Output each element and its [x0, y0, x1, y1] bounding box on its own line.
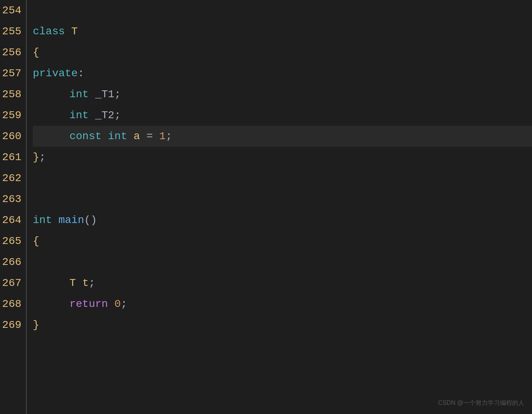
token: ; [114, 105, 121, 126]
code-line: T t; [33, 273, 532, 294]
code-line: private: [33, 63, 532, 84]
line-number: 268 [0, 294, 21, 315]
token [52, 210, 58, 231]
token: t [82, 273, 89, 294]
line-number: 267 [0, 273, 21, 294]
token: ; [114, 84, 121, 105]
line-number: 259 [0, 105, 21, 126]
line-number: 265 [0, 231, 21, 252]
line-number: 257 [0, 63, 21, 84]
line-number: 260 [0, 126, 21, 147]
code-editor: 2542552562572582592602612622632642652662… [0, 0, 532, 414]
token: T [69, 273, 76, 294]
token: 1 [159, 126, 166, 147]
token: T [71, 21, 78, 42]
token: class [33, 21, 71, 42]
token: } [33, 315, 39, 335]
line-number: 262 [0, 168, 21, 189]
line-numbers: 2542552562572582592602612622632642652662… [0, 0, 26, 414]
token: main [58, 210, 84, 231]
code-line [33, 0, 532, 21]
line-number: 261 [0, 147, 21, 168]
watermark: CSDN @一个努力学习编程的人 [438, 399, 524, 407]
token: int [69, 84, 89, 105]
token [127, 126, 134, 147]
line-number: 256 [0, 42, 21, 63]
token: ; [89, 273, 95, 294]
token: 0 [114, 294, 121, 315]
token: int [69, 105, 89, 126]
code-line: } [33, 315, 532, 335]
token: _T1 [89, 84, 114, 105]
token [140, 126, 147, 147]
line-number: 258 [0, 84, 21, 105]
token [153, 126, 160, 147]
token: _T2 [89, 105, 114, 126]
code-line [33, 252, 532, 273]
code-line: { [33, 231, 532, 252]
line-number: 263 [0, 189, 21, 210]
code-line: }; [33, 147, 532, 168]
token: a [134, 126, 140, 147]
line-number: 255 [0, 21, 21, 42]
code-line: int _T1; [33, 84, 532, 105]
token: { [33, 231, 39, 252]
token [76, 273, 82, 294]
code-line [33, 189, 532, 210]
code-line: int main() [33, 210, 532, 231]
token: return [69, 294, 108, 315]
line-number: 254 [0, 0, 21, 21]
token: ; [121, 294, 127, 315]
code-line [33, 168, 532, 189]
token: } [33, 147, 39, 168]
token: ; [39, 147, 46, 168]
token: private [33, 63, 78, 84]
line-number: 264 [0, 210, 21, 231]
token: ; [166, 126, 172, 147]
token: { [33, 42, 39, 63]
token: = [147, 126, 153, 147]
code-line: int _T2; [33, 105, 532, 126]
code-area[interactable]: class T{private:int _T1;int _T2;const in… [26, 0, 532, 414]
token: int [108, 126, 127, 147]
token: const [69, 126, 108, 147]
token: : [78, 63, 84, 84]
line-number: 266 [0, 252, 21, 273]
token [108, 294, 114, 315]
code-line: return 0; [33, 294, 532, 315]
token: () [84, 210, 97, 231]
code-line: { [33, 42, 532, 63]
token: int [33, 210, 52, 231]
line-number: 269 [0, 315, 21, 335]
code-line: const int a = 1; [33, 126, 532, 147]
code-line: class T [33, 21, 532, 42]
